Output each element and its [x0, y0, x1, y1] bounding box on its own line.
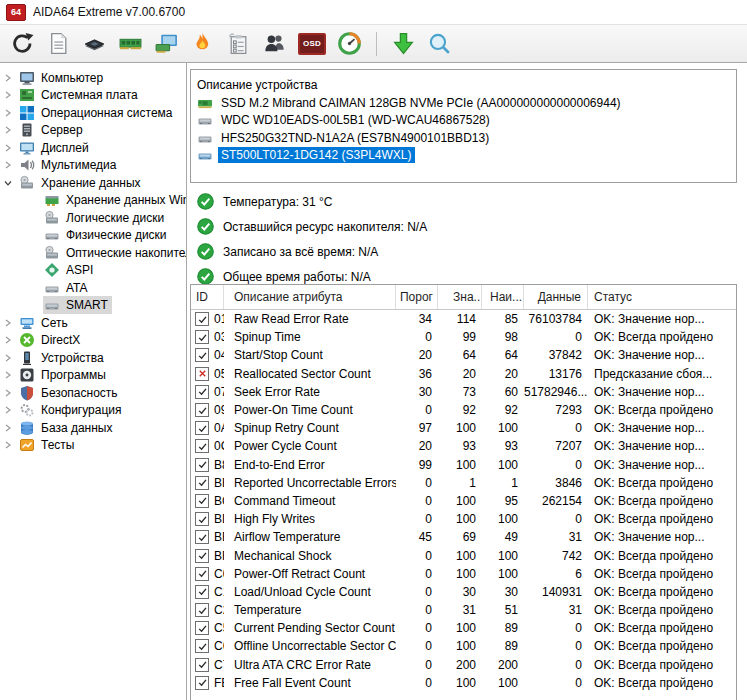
- sidebar-item-ata[interactable]: ATA: [0, 279, 186, 297]
- report-schedule-button[interactable]: [224, 29, 253, 58]
- attribute-checkbox[interactable]: [195, 658, 209, 672]
- column-header[interactable]: Зна...: [438, 285, 482, 309]
- attribute-checkbox[interactable]: [195, 512, 209, 526]
- sensor-gauge-button[interactable]: [335, 29, 364, 58]
- user-profiles-button[interactable]: [260, 29, 289, 58]
- attribute-checkbox[interactable]: [195, 621, 209, 635]
- smart-row[interactable]: 0ASpinup Retry Count971001000OK: Значени…: [191, 419, 736, 437]
- smart-row[interactable]: BDHigh Fly Writes01001000OK: Всегда прой…: [191, 510, 736, 528]
- sidebar-item-motherboard[interactable]: Системная плата: [0, 87, 186, 105]
- smart-row[interactable]: C5Current Pending Sector Count0100890OK:…: [191, 619, 736, 637]
- attribute-checkbox[interactable]: [195, 348, 209, 362]
- smart-row[interactable]: 03Spinup Time099980OK: Всегда пройдено: [191, 328, 736, 346]
- chevron-right-icon[interactable]: [3, 125, 18, 135]
- smart-row[interactable]: BCCommand Timeout010095262154OK: Всегда …: [191, 492, 736, 510]
- sidebar-item-security[interactable]: Безопасность: [0, 384, 186, 402]
- chevron-right-icon[interactable]: [3, 160, 18, 170]
- chevron-right-icon[interactable]: [3, 73, 18, 83]
- sidebar-item-devices[interactable]: Устройства: [0, 349, 186, 367]
- chevron-right-icon[interactable]: [3, 388, 18, 398]
- smart-row[interactable]: C6Offline Uncorrectable Sector C...01008…: [191, 637, 736, 655]
- sidebar-item-network[interactable]: Сеть: [0, 314, 186, 332]
- smart-row[interactable]: 01Raw Read Error Rate341148576103784OK: …: [191, 310, 736, 328]
- attribute-checkbox[interactable]: [195, 312, 209, 326]
- attribute-checkbox[interactable]: [195, 403, 209, 417]
- smart-row[interactable]: C2Temperature0315131OK: Всегда пройдено: [191, 601, 736, 619]
- chevron-right-icon[interactable]: [3, 440, 18, 450]
- smart-row[interactable]: 07Seek Error Rate30736051782946...OK: Зн…: [191, 383, 736, 401]
- chevron-right-icon[interactable]: [3, 353, 18, 363]
- chevron-right-icon[interactable]: [3, 318, 18, 328]
- sidebar-item-storage-windows[interactable]: Хранение данных Wind: [0, 192, 186, 210]
- attribute-checkbox[interactable]: [195, 330, 209, 344]
- osd-panel-button[interactable]: OSD: [296, 31, 328, 57]
- smart-row[interactable]: BFMechanical Shock0100100742OK: Всегда п…: [191, 546, 736, 564]
- sidebar-item-operating-system[interactable]: Операционная система: [0, 104, 186, 122]
- software-update-button[interactable]: [389, 29, 418, 58]
- attribute-checkbox[interactable]: [195, 421, 209, 435]
- smart-row[interactable]: BBReported Uncorrectable Errors0113846OK…: [191, 474, 736, 492]
- video-info-button[interactable]: [152, 29, 181, 58]
- attribute-checkbox[interactable]: [195, 385, 209, 399]
- attribute-checkbox[interactable]: [195, 494, 209, 508]
- smart-row[interactable]: 0CPower Cycle Count2093937207OK: Значени…: [191, 437, 736, 455]
- chevron-right-icon[interactable]: [3, 423, 18, 433]
- attribute-checkbox[interactable]: [195, 639, 209, 653]
- sidebar-item-tests[interactable]: Тесты: [0, 437, 186, 455]
- sidebar-item-programs[interactable]: Программы: [0, 367, 186, 385]
- attribute-checkbox[interactable]: [195, 567, 209, 581]
- memory-info-button[interactable]: [116, 29, 145, 58]
- chevron-right-icon[interactable]: [3, 370, 18, 380]
- refresh-button[interactable]: [8, 29, 37, 58]
- report-button[interactable]: [44, 29, 73, 58]
- column-header[interactable]: ID: [191, 285, 224, 309]
- sidebar-item-config[interactable]: Конфигурация: [0, 402, 186, 420]
- column-header[interactable]: Описание атрибута: [224, 285, 396, 309]
- chevron-right-icon[interactable]: [3, 108, 18, 118]
- sidebar-item-database[interactable]: База данных: [0, 419, 186, 437]
- smart-row[interactable]: 04Start/Stop Count20646437842OK: Значени…: [191, 346, 736, 364]
- sidebar-item-directx[interactable]: DirectX: [0, 332, 186, 350]
- smart-row[interactable]: C7Ultra ATA CRC Error Rate02002000OK: Вс…: [191, 656, 736, 674]
- attribute-checkbox[interactable]: [195, 476, 209, 490]
- device-item[interactable]: ST500LT012-1DG142 (S3PL4WXL): [197, 147, 730, 165]
- chevron-right-icon[interactable]: [3, 90, 18, 100]
- stability-test-button[interactable]: [188, 29, 217, 58]
- device-item[interactable]: SSD M.2 Mibrand CAIMAN 128GB NVMe PCIe (…: [197, 94, 730, 112]
- column-header[interactable]: Порог: [396, 285, 438, 309]
- attribute-checkbox[interactable]: [195, 585, 209, 599]
- smart-row[interactable]: C1Load/Unload Cycle Count03030140931OK: …: [191, 583, 736, 601]
- smart-row[interactable]: B8End-to-End Error991001000OK: Значение …: [191, 456, 736, 474]
- sidebar-item-computer[interactable]: Компьютер: [0, 69, 186, 87]
- smart-row[interactable]: FEFree Fall Event Count01001000OK: Всегд…: [191, 674, 736, 692]
- search-button[interactable]: [425, 29, 454, 58]
- sidebar-item-aspi[interactable]: ASPI: [0, 262, 186, 280]
- chevron-right-icon[interactable]: [3, 335, 18, 345]
- chevron-right-icon[interactable]: [3, 143, 18, 153]
- column-header[interactable]: Наи...: [482, 285, 524, 309]
- smart-row[interactable]: C0Power-Off Retract Count01001006OK: Все…: [191, 565, 736, 583]
- chevron-right-icon[interactable]: [3, 405, 18, 415]
- sidebar-item-logical-drives[interactable]: Логические диски: [0, 209, 186, 227]
- smart-row[interactable]: BEAirflow Temperature45694931OK: Значени…: [191, 528, 736, 546]
- attribute-failed-checkbox[interactable]: [195, 367, 209, 381]
- attribute-checkbox[interactable]: [195, 676, 209, 690]
- attribute-checkbox[interactable]: [195, 530, 209, 544]
- smart-row[interactable]: 09Power-On Time Count092927293OK: Всегда…: [191, 401, 736, 419]
- sidebar-item-smart[interactable]: SMART: [0, 297, 186, 315]
- sidebar-item-physical-drives[interactable]: Физические диски: [0, 227, 186, 245]
- attribute-checkbox[interactable]: [195, 439, 209, 453]
- smart-row[interactable]: 05Reallocated Sector Count36202013176Пре…: [191, 365, 736, 383]
- sidebar-item-server[interactable]: Сервер: [0, 122, 186, 140]
- chevron-down-icon[interactable]: [3, 178, 18, 188]
- cpu-info-button[interactable]: [80, 29, 109, 58]
- device-item[interactable]: WDC WD10EADS-00L5B1 (WD-WCAU46867528): [197, 112, 730, 130]
- sidebar-item-storage[interactable]: Хранение данных: [0, 174, 186, 192]
- sidebar-item-multimedia[interactable]: Мультимедиа: [0, 157, 186, 175]
- sidebar-item-optical-drives[interactable]: Оптические накопители: [0, 244, 186, 262]
- attribute-checkbox[interactable]: [195, 549, 209, 563]
- column-header[interactable]: Данные: [524, 285, 588, 309]
- attribute-checkbox[interactable]: [195, 458, 209, 472]
- device-item[interactable]: HFS250G32TND-N1A2A (ES7BN4900101BBD13): [197, 129, 730, 147]
- column-header[interactable]: Статус: [588, 285, 737, 309]
